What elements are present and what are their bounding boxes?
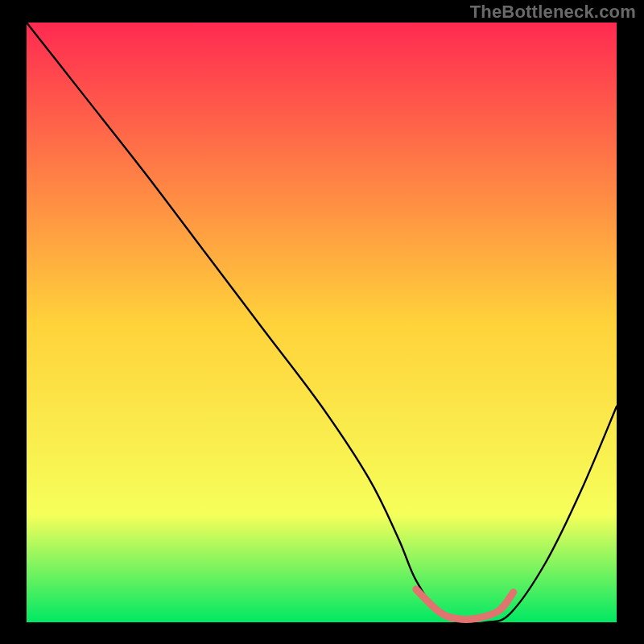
- bottleneck-chart: [0, 0, 644, 644]
- chart-frame: TheBottleneck.com: [0, 0, 644, 644]
- plot-area: [27, 23, 617, 622]
- watermark-label: TheBottleneck.com: [470, 2, 636, 23]
